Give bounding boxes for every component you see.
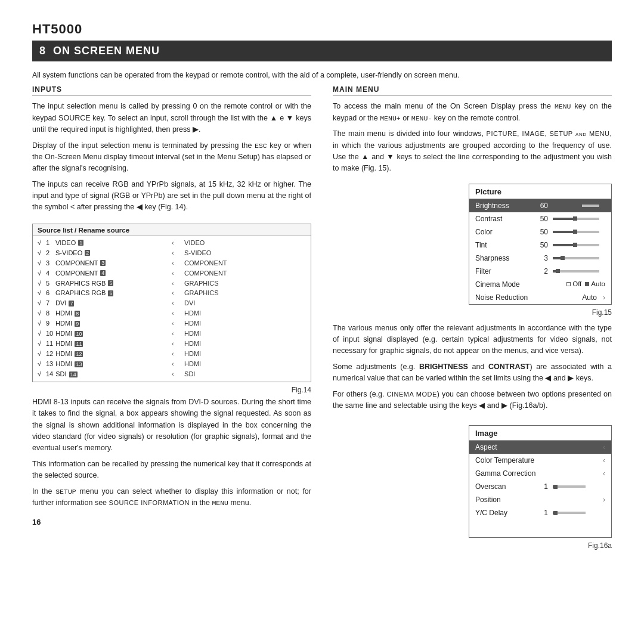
source-rename-item: ‹ GRAPHICS [172,279,306,289]
picture-menu-row: Color50 [469,225,611,239]
source-rename-item: ‹ SDI [172,370,306,379]
source-rename-item: ‹ HDMI [172,360,306,369]
source-rename-item: ‹ S-VIDEO [172,249,306,258]
right-p3: The various menus only offer the relevan… [333,323,612,357]
source-rename-item: ‹ HDMI [172,349,306,359]
main-menu-p2: The main menu is divided into four windo… [333,128,612,175]
image-menu-row: Aspect‹ [469,441,611,454]
source-rename-item: ‹ HDMI [172,329,306,339]
source-rename-item: ‹ HDMI [172,319,306,329]
source-list-item: √ 8HDMI 8 [38,309,172,318]
inputs-p2: Display of the input selection menu is t… [32,140,311,175]
inputs-p3: The inputs can receive RGB and YPrPb sig… [32,179,311,213]
source-list-item: √11HDMI 11 [38,339,172,349]
source-list-item: √ 7DVI 7 [38,299,172,308]
picture-menu-row: Noise ReductionAuto› [469,291,611,304]
source-rename-item: ‹ DVI [172,299,306,308]
source-list-item: √ 4COMPONENT 4 [38,269,172,278]
hdmi-p2: This information can be recalled by pres… [32,459,311,482]
source-rename-item: ‹ COMPONENT [172,269,306,278]
picture-menu-row: Sharpness3 [469,252,611,265]
hdmi-p1: HDMI 8-13 inputs can receive the signals… [32,397,311,454]
setup-p: In the SETUP menu you can select whether… [32,486,311,509]
image-menu-box: Image Aspect‹Color Temperature‹Gamma Cor… [469,425,612,538]
source-rename-item: ‹ GRAPHICS [172,289,306,298]
source-list-item: √ 9HDMI 9 [38,319,172,329]
source-rename-item: ‹ COMPONENT [172,259,306,268]
picture-menu-row: Contrast50 [469,212,611,225]
source-list-item: √10HDMI 10 [38,329,172,339]
main-menu-p1: To access the main menu of the On Screen… [333,101,612,124]
fig15-label: Fig.15 [592,308,612,317]
source-list-item: √13HDMI 13 [38,360,172,369]
inputs-p1: The input selection menu is called by pr… [32,101,311,135]
section-header: 8 ON SCREEN MENU [32,41,612,61]
picture-menu-row: Brightness60 [469,199,611,212]
source-rename-item: ‹ VIDEO [172,239,306,248]
image-menu-title: Image [469,426,611,441]
image-menu-row: Y/C Delay1 [469,506,611,519]
right-p4: Some adjustments (e.g. BRIGHTNESS and CO… [333,361,612,385]
product-title: HT5000 [32,21,612,37]
page-number: 16 [32,518,311,527]
source-list-item: √14SDI 14 [38,370,172,379]
image-menu-row: Overscan1 [469,480,611,493]
source-list-item: √ 2S-VIDEO 2 [38,249,172,258]
main-menu-subsection-title: MAIN MENU [333,85,612,96]
source-box-title: Source list / Rename source [33,224,311,236]
inputs-subsection-title: INPUTS [32,85,311,96]
source-list-item: √ 5GRAPHICS RGB 5 [38,279,172,289]
image-menu-row: Gamma Correction‹ [469,467,611,480]
image-menu-row: Position› [469,493,611,506]
right-p5: For others (e.g. CINEMA MODE) you can ch… [333,389,612,412]
source-list-item: √12HDMI 12 [38,349,172,359]
source-box: Source list / Rename source √ 1VIDEO 1√ … [32,224,311,382]
picture-menu-title: Picture [469,184,611,199]
picture-menu-box: Picture Brightness60 Contrast50 Color50 … [469,184,612,305]
source-list-item: √ 6GRAPHICS RGB 6 [38,289,172,298]
fig16a-label: Fig.16a [588,541,612,550]
source-list-item: √ 1VIDEO 1 [38,239,172,248]
source-rename-item: ‹ HDMI [172,309,306,318]
source-rename-item: ‹ HDMI [172,339,306,349]
picture-menu-row: Cinema Mode Off Auto [469,278,611,291]
source-list-item: √ 3COMPONENT 3 [38,259,172,268]
intro-text: All system functions can be operated fro… [32,70,612,81]
fig14-label: Fig.14 [32,386,311,394]
image-menu-row: Color Temperature‹ [469,454,611,467]
picture-menu-row: Tint50 [469,239,611,252]
picture-menu-row: Filter2 [469,265,611,278]
